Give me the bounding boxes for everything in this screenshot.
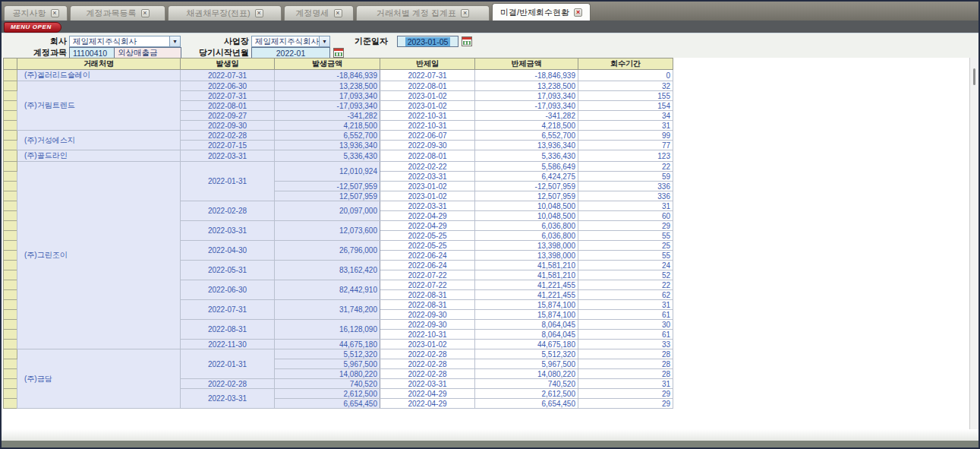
settle-date-cell[interactable]: 2023-01-02 (380, 91, 475, 101)
occur-amount-cell[interactable]: 6,552,700 (275, 131, 380, 141)
collect-days-cell[interactable]: 52 (578, 270, 673, 280)
occur-date-cell[interactable]: 2022-01-31 (181, 349, 275, 379)
row-selector-cell[interactable] (4, 201, 17, 211)
tab-계정명세[interactable]: 계정명세× (284, 5, 354, 21)
calendar-icon[interactable] (462, 36, 472, 46)
collect-days-cell[interactable]: 60 (578, 211, 673, 221)
occur-date-cell[interactable]: 2022-07-15 (181, 141, 275, 150)
row-selector-cell[interactable] (4, 300, 17, 310)
collect-days-cell[interactable]: 55 (578, 231, 673, 241)
row-selector-cell[interactable] (4, 270, 17, 280)
occur-date-cell[interactable]: 2022-06-30 (181, 280, 275, 300)
settle-date-cell[interactable]: 2022-03-31 (380, 201, 475, 211)
occur-amount-cell[interactable]: -341,282 (275, 111, 380, 121)
row-selector-cell[interactable] (4, 131, 17, 141)
menu-open-button[interactable]: MENU OPEN (4, 22, 61, 33)
row-selector-cell[interactable] (4, 379, 17, 389)
settle-date-cell[interactable]: 2022-02-28 (380, 369, 475, 379)
occur-date-cell[interactable]: 2022-05-31 (181, 261, 275, 280)
settle-date-cell[interactable]: 2022-07-22 (380, 270, 475, 280)
chevron-down-icon[interactable]: ▾ (319, 36, 329, 46)
occur-date-cell[interactable]: 2022-03-31 (181, 389, 275, 409)
settle-date-cell[interactable]: 2022-10-31 (380, 111, 475, 121)
occur-amount-cell[interactable]: 20,097,000 (275, 201, 380, 221)
tab-계정과목등록[interactable]: 계정과목등록× (70, 5, 165, 21)
occur-amount-cell[interactable]: 5,512,320 (275, 349, 380, 359)
settle-date-cell[interactable]: 2022-05-25 (380, 231, 475, 241)
settle-date-cell[interactable]: 2022-09-30 (380, 320, 475, 330)
collect-days-cell[interactable]: 29 (578, 399, 673, 409)
settle-amount-cell[interactable]: 10,048,500 (475, 211, 578, 221)
occur-amount-cell[interactable]: 5,967,500 (275, 359, 380, 369)
occur-date-cell[interactable]: 2022-03-31 (181, 221, 275, 241)
collect-days-cell[interactable]: 0 (578, 70, 673, 81)
collect-days-cell[interactable]: 31 (578, 121, 673, 131)
row-selector-cell[interactable] (4, 241, 17, 251)
collect-days-cell[interactable]: 29 (578, 221, 673, 231)
row-selector-cell[interactable] (4, 111, 17, 121)
occur-date-cell[interactable]: 2022-11-30 (181, 340, 275, 349)
customer-cell[interactable]: (주)거성에스지 (17, 131, 181, 150)
calendar-icon[interactable] (333, 48, 344, 58)
customer-cell[interactable]: (주)골드라인 (17, 150, 181, 162)
collect-days-cell[interactable]: 31 (578, 201, 673, 211)
column-header-occur-amount[interactable]: 발생금액 (275, 58, 380, 70)
settle-amount-cell[interactable]: 41,581,210 (475, 261, 578, 270)
settle-date-cell[interactable]: 2023-01-02 (380, 191, 475, 201)
occur-amount-cell[interactable]: 12,073,600 (275, 221, 380, 241)
settle-amount-cell[interactable]: -12,507,959 (475, 182, 578, 191)
settle-amount-cell[interactable]: 6,654,450 (475, 399, 578, 409)
settle-amount-cell[interactable]: -18,846,939 (475, 70, 578, 81)
collect-days-cell[interactable]: 123 (578, 150, 673, 162)
collect-days-cell[interactable]: 336 (578, 191, 673, 201)
occur-amount-cell[interactable]: -17,093,340 (275, 101, 380, 111)
settle-amount-cell[interactable]: -17,093,340 (475, 101, 578, 111)
collect-days-cell[interactable]: 22 (578, 280, 673, 290)
column-header-customer[interactable]: 거래처명 (17, 58, 181, 70)
settle-amount-cell[interactable]: -341,282 (475, 111, 578, 121)
settle-amount-cell[interactable]: 5,512,320 (475, 349, 578, 359)
settle-date-cell[interactable]: 2022-04-29 (380, 221, 475, 231)
occur-date-cell[interactable]: 2022-04-30 (181, 241, 275, 261)
column-header-settle-amount[interactable]: 반제금액 (475, 58, 578, 70)
occur-amount-cell[interactable]: 31,748,200 (275, 300, 380, 320)
occur-date-cell[interactable]: 2022-02-28 (181, 379, 275, 389)
settle-amount-cell[interactable]: 12,507,959 (475, 191, 578, 201)
row-selector-cell[interactable] (4, 162, 17, 172)
occur-amount-cell[interactable]: 2,612,500 (275, 389, 380, 399)
occur-amount-cell[interactable]: 12,507,959 (275, 191, 380, 201)
occur-amount-cell[interactable]: 6,654,450 (275, 399, 380, 409)
site-select[interactable]: 제일제지주식회사 ▾ (251, 36, 330, 47)
occur-date-cell[interactable]: 2022-02-28 (181, 131, 275, 141)
collect-days-cell[interactable]: 22 (578, 162, 673, 172)
row-selector-cell[interactable] (4, 101, 17, 111)
settle-amount-cell[interactable]: 41,221,455 (475, 290, 578, 300)
settle-date-cell[interactable]: 2023-01-02 (380, 340, 475, 349)
tab-close-icon[interactable]: × (255, 9, 263, 17)
collect-days-cell[interactable]: 31 (578, 379, 673, 389)
occur-amount-cell[interactable]: 16,128,090 (275, 320, 380, 340)
settle-date-cell[interactable]: 2022-06-07 (380, 131, 475, 141)
tab-close-icon[interactable]: × (334, 9, 342, 17)
settle-amount-cell[interactable]: 4,218,500 (475, 121, 578, 131)
company-select[interactable]: 제일제지주식회사 ▾ (69, 36, 181, 47)
settle-date-cell[interactable]: 2023-01-02 (380, 101, 475, 111)
occur-date-cell[interactable]: 2022-08-31 (181, 320, 275, 340)
row-selector-cell[interactable] (4, 141, 17, 150)
row-selector-cell[interactable] (4, 121, 17, 131)
row-selector-cell[interactable] (4, 221, 17, 231)
settle-amount-cell[interactable]: 10,048,500 (475, 201, 578, 211)
settle-amount-cell[interactable]: 15,874,100 (475, 300, 578, 310)
occur-date-cell[interactable]: 2022-06-30 (181, 81, 275, 91)
settle-date-cell[interactable]: 2022-08-31 (380, 300, 475, 310)
settle-amount-cell[interactable]: 44,675,180 (475, 340, 578, 349)
settle-amount-cell[interactable]: 13,398,000 (475, 241, 578, 251)
settle-amount-cell[interactable]: 14,080,220 (475, 369, 578, 379)
collect-days-cell[interactable]: 61 (578, 330, 673, 340)
collect-days-cell[interactable]: 155 (578, 91, 673, 101)
tab-공지사항[interactable]: 공지사항× (4, 5, 68, 21)
occur-amount-cell[interactable]: 740,520 (275, 379, 380, 389)
vertical-scrollbar-thumb[interactable] (973, 68, 975, 85)
customer-cell[interactable]: (주)겔러리드슬레이 (17, 70, 181, 81)
base-date-input[interactable]: 2023-01-05 (397, 36, 458, 47)
